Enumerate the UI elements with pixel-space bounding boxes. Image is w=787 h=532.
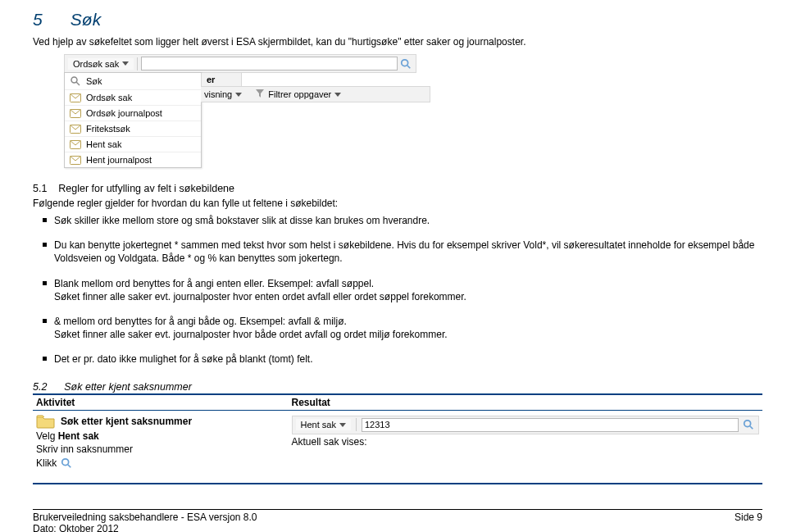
menu-item-sok[interactable]: Søk [65,73,201,89]
svg-line-11 [68,464,71,467]
menu-label: Fritekstsøk [86,124,130,134]
search-toolbar: Ordsøk sak [64,54,416,73]
rules-list: Søk skiller ikke mellom store og små bok… [33,214,762,366]
secondary-toolbar: visning Filtrer oppgaver [201,86,430,102]
col-aktivitet: Aktivitet [33,394,289,411]
list-item: Blank mellom ord benyttes for å angi ent… [33,277,762,303]
menu-label: Ordsøk journalpost [86,108,162,118]
menu-item-fritekstsok[interactable]: Fritekstsøk [65,120,201,136]
section-5-1-lead: Følgende regler gjelder for hvordan du k… [33,198,762,209]
folder-icon [36,414,56,429]
activity-result-table: Aktivitet Resultat Søk etter kjent saksn… [33,393,762,484]
section-number: 5 [33,10,66,30]
footer-title: Brukerveiledning saksbehandlere - ESA ve… [33,512,257,523]
list-item: Søk skiller ikke mellom store og små bok… [33,214,762,227]
svg-point-12 [744,421,751,427]
section-title: Søk [71,10,101,29]
mail-icon [70,109,81,118]
chevron-down-icon [339,423,346,427]
mail-icon [70,125,81,134]
mail-icon [70,156,81,165]
section-number: 5.1 [33,183,47,194]
search-type-dropdown[interactable]: Hent sak [296,419,351,430]
list-item: Du kan benytte jokertegnet * sammen med … [33,239,762,265]
footer-date: Dato: Oktober 2012 [33,523,257,533]
table-row: Søk etter kjent saksnummer Velg Hent sak… [33,410,762,484]
list-item: & mellom ord benyttes for å angi både og… [33,315,762,341]
col-resultat: Resultat [289,394,763,411]
page-number: Side 9 [735,512,762,533]
section-number: 5.2 [33,381,47,393]
svg-marker-9 [256,89,264,98]
menu-label: Hent sak [86,139,121,149]
search-type-label: Hent sak [301,420,336,430]
row-line-2: Skriv inn saksnummer [36,443,285,455]
menu-item-ordsok-sak[interactable]: Ordsøk sak [65,89,201,105]
svg-point-0 [402,59,408,66]
menu-item-hent-sak[interactable]: Hent sak [65,136,201,152]
search-icon[interactable] [60,457,73,470]
filter-icon [255,89,265,100]
menu-item-hent-journalpost[interactable]: Hent journalpost [65,152,201,167]
saksnummer-input[interactable] [362,418,739,432]
chevron-down-icon [334,93,341,97]
svg-point-10 [62,458,69,465]
section-5-2-heading: 5.2 Søk etter kjent saksnummer [33,381,762,393]
filter-label[interactable]: Filtrer oppgaver [268,89,331,99]
page-footer: Brukerveiledning saksbehandlere - ESA ve… [33,512,762,533]
search-icon[interactable] [742,418,755,431]
hent-sak-toolbar: Hent sak [292,416,760,434]
section-5-intro: Ved hjelp av søkefeltet som ligger helt … [33,36,762,48]
separator [137,57,138,70]
svg-line-13 [750,426,753,430]
search-small-icon [70,75,81,87]
mail-icon [70,140,81,149]
mail-icon [70,93,81,102]
search-type-dropdown[interactable]: Ordsøk sak [68,58,134,70]
search-type-label: Ordsøk sak [73,59,119,69]
menu-label: Ordsøk sak [86,93,132,102]
row-title: Søk etter kjent saksnummer [61,416,192,427]
section-5-heading: 5 Søk [33,10,762,30]
search-type-menu: Søk Ordsøk sak Ordsøk journalpost Fritek… [64,72,202,168]
chevron-down-icon [235,93,242,97]
result-text: Aktuell sak vises: [292,436,760,448]
svg-line-3 [76,82,80,85]
menu-label: Søk [86,76,102,86]
section-title: Regler for utfylling av felt i søkebilde… [58,183,234,194]
row-line-3: Klikk [36,457,285,470]
search-input[interactable] [141,57,398,70]
section-5-1-heading: 5.1 Regler for utfylling av felt i søkeb… [33,183,762,194]
menu-item-ordsok-journalpost[interactable]: Ordsøk journalpost [65,105,201,120]
svg-point-2 [71,77,77,83]
search-ui-screenshot: Ordsøk sak Søk Ordsøk sak [64,54,762,168]
row-line-1: Velg Hent sak [36,430,285,442]
chevron-down-icon [122,61,129,66]
svg-line-1 [407,65,411,68]
menu-label: Hent journalpost [86,155,152,165]
section-title: Søk etter kjent saksnummer [64,381,192,393]
search-icon[interactable] [399,57,412,70]
separator [356,418,357,431]
obscured-text-1: er [201,73,242,87]
fragment-text: visning [204,89,232,99]
list-item: Det er pr. dato ikke mulighet for å søke… [33,352,762,366]
